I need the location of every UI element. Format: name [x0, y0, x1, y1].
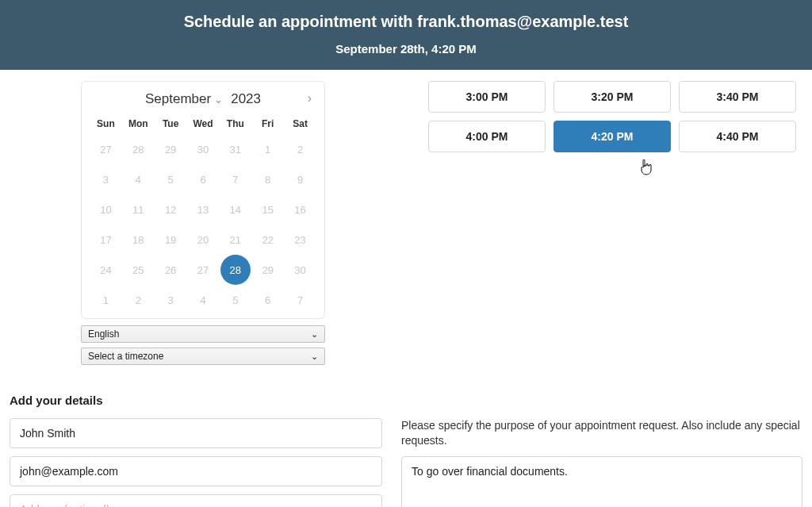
- calendar-day[interactable]: 1: [90, 285, 122, 315]
- calendar: September ⌄ 2023 › SunMonTueWedThuFriSat…: [81, 81, 325, 319]
- calendar-day[interactable]: 13: [187, 194, 220, 225]
- time-slot[interactable]: 3:40 PM: [679, 81, 796, 113]
- calendar-day[interactable]: 7: [284, 285, 316, 315]
- calendar-day[interactable]: 11: [122, 194, 155, 225]
- calendar-day[interactable]: 5: [219, 285, 251, 315]
- calendar-day[interactable]: 21: [219, 225, 251, 255]
- calendar-week: 272829303112: [90, 134, 316, 164]
- next-month-button[interactable]: ›: [308, 91, 312, 106]
- time-slot[interactable]: 3:20 PM: [553, 81, 671, 113]
- weekday-label: Wed: [187, 113, 220, 134]
- chevron-down-icon: ⌄: [311, 351, 318, 362]
- calendar-day[interactable]: 6: [251, 285, 284, 315]
- calendar-day[interactable]: 22: [251, 225, 284, 255]
- calendar-grid: 2728293031123456789101112131415161718192…: [90, 134, 316, 315]
- calendar-week: 10111213141516: [90, 194, 316, 225]
- language-select[interactable]: English ⌄: [81, 325, 325, 343]
- weekday-label: Fri: [251, 113, 284, 134]
- address-field[interactable]: Address (optional): [10, 494, 382, 507]
- calendar-day[interactable]: 20: [187, 225, 220, 255]
- page-title: Schedule an appointment with frank.thoma…: [0, 13, 812, 31]
- calendar-day[interactable]: 26: [155, 255, 187, 285]
- calendar-week: 24252627282930: [90, 255, 316, 285]
- calendar-header: September ⌄ 2023 ›: [90, 90, 316, 113]
- calendar-day[interactable]: 4: [187, 285, 220, 315]
- year-label: 2023: [231, 91, 261, 107]
- calendar-day[interactable]: 31: [219, 134, 251, 164]
- calendar-day[interactable]: 2: [284, 134, 316, 164]
- email-field[interactable]: john@example.com: [10, 456, 382, 486]
- calendar-day[interactable]: 29: [155, 134, 187, 164]
- calendar-day[interactable]: 7: [219, 164, 251, 194]
- selected-datetime: September 28th, 4:20 PM: [0, 42, 812, 56]
- calendar-day[interactable]: 3: [155, 285, 187, 315]
- calendar-day[interactable]: 9: [284, 164, 316, 194]
- calendar-day[interactable]: 19: [155, 225, 187, 255]
- month-label: September: [145, 91, 211, 107]
- calendar-day[interactable]: 6: [187, 164, 220, 194]
- calendar-day[interactable]: 30: [284, 255, 316, 285]
- calendar-day[interactable]: 30: [187, 134, 220, 164]
- calendar-week: 17181920212223: [90, 225, 316, 255]
- chevron-right-icon: ›: [308, 91, 312, 105]
- chevron-down-icon: ⌄: [311, 329, 318, 340]
- purpose-textarea[interactable]: To go over financial documents.: [401, 456, 802, 507]
- weekday-label: Sat: [284, 113, 316, 134]
- weekday-label: Sun: [90, 113, 122, 134]
- calendar-week: 3456789: [90, 164, 316, 194]
- weekday-label: Thu: [219, 113, 251, 134]
- calendar-week: 1234567: [90, 285, 316, 315]
- calendar-day[interactable]: 24: [90, 255, 122, 285]
- calendar-day[interactable]: 3: [90, 164, 122, 194]
- page-header: Schedule an appointment with frank.thoma…: [0, 0, 812, 70]
- name-field[interactable]: John Smith: [10, 418, 382, 448]
- calendar-day[interactable]: 27: [187, 255, 220, 285]
- purpose-label: Please specify the purpose of your appoi…: [401, 418, 802, 448]
- calendar-day[interactable]: 23: [284, 225, 316, 255]
- details-heading: Add your details: [10, 394, 802, 407]
- weekday-row: SunMonTueWedThuFriSat: [90, 113, 316, 134]
- calendar-day[interactable]: 2: [122, 285, 155, 315]
- calendar-day[interactable]: 10: [90, 194, 122, 225]
- calendar-day[interactable]: 4: [122, 164, 155, 194]
- calendar-day[interactable]: 17: [90, 225, 122, 255]
- calendar-day[interactable]: 25: [122, 255, 155, 285]
- weekday-label: Mon: [122, 113, 155, 134]
- calendar-day[interactable]: 12: [155, 194, 187, 225]
- language-value: English: [88, 328, 119, 340]
- time-slot[interactable]: 4:00 PM: [428, 121, 546, 152]
- time-slot[interactable]: 4:40 PM: [679, 121, 796, 152]
- time-slot-grid: 3:00 PM3:20 PM3:40 PM4:00 PM4:20 PM4:40 …: [428, 81, 796, 152]
- calendar-day[interactable]: 8: [251, 164, 284, 194]
- calendar-day[interactable]: 1: [251, 134, 284, 164]
- calendar-day[interactable]: 28: [122, 134, 155, 164]
- chevron-down-icon: ⌄: [214, 94, 223, 106]
- calendar-day[interactable]: 29: [251, 255, 284, 285]
- timezone-value: Select a timezone: [88, 351, 163, 362]
- weekday-label: Tue: [155, 113, 187, 134]
- calendar-day[interactable]: 15: [251, 194, 284, 225]
- calendar-day[interactable]: 14: [219, 194, 251, 225]
- timezone-select[interactable]: Select a timezone ⌄: [81, 348, 325, 365]
- calendar-day[interactable]: 28: [220, 255, 251, 285]
- month-select[interactable]: September ⌄: [145, 91, 223, 107]
- calendar-day[interactable]: 18: [122, 225, 155, 255]
- time-slot[interactable]: 3:00 PM: [428, 81, 546, 113]
- calendar-day[interactable]: 27: [90, 134, 122, 164]
- calendar-day[interactable]: 16: [284, 194, 316, 225]
- calendar-day[interactable]: 5: [155, 164, 187, 194]
- time-slot[interactable]: 4:20 PM: [553, 121, 671, 152]
